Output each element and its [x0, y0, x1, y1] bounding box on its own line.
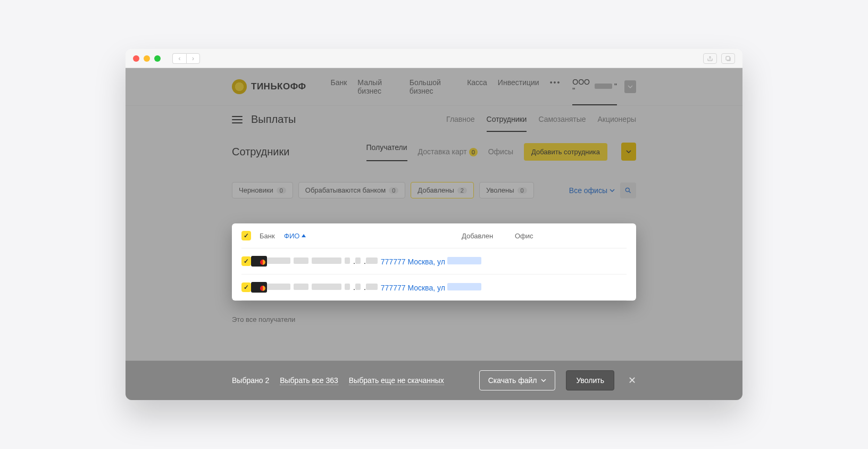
filter-bar: Черновики0 Обрабатываются банком0 Добавл… — [126, 161, 742, 208]
table-row[interactable]: ✓ .. 777777 Москва, ул — [241, 248, 627, 275]
global-header: ТИНЬКОФФ Банк Малый бизнес Большой бизне… — [126, 68, 742, 105]
nav-item[interactable]: Инвестиции — [498, 78, 539, 95]
window-zoom-icon[interactable] — [154, 55, 161, 62]
add-employee-button[interactable]: Добавить сотрудника — [524, 143, 607, 161]
redacted-text — [447, 283, 481, 290]
office-link[interactable]: 777777 Москва, ул — [381, 257, 481, 266]
table-row[interactable]: ✓ .. 777777 Москва, ул — [241, 275, 627, 301]
redacted-text — [595, 84, 612, 89]
account-switcher[interactable]: ООО " " — [572, 78, 617, 105]
col-office[interactable]: Офис — [515, 232, 627, 240]
brand-logo[interactable]: ТИНЬКОФФ — [232, 79, 306, 94]
tab-main[interactable]: Главное — [446, 115, 475, 124]
table-header-row: ✓ Банк ФИО Добавлен Офис — [241, 223, 627, 248]
page-title: Сотрудники — [232, 146, 289, 158]
browser-window: ‹ › ТИНЬКОФФ Банк Малый бизнес Большой б… — [126, 49, 742, 400]
select-all-checkbox[interactable]: ✓ — [241, 231, 251, 240]
office-filter-dropdown[interactable]: Все офисы — [569, 186, 615, 195]
date-redacted: .. — [345, 283, 381, 292]
brand-name: ТИНЬКОФФ — [251, 81, 306, 92]
nav-item[interactable]: Малый бизнес — [357, 78, 398, 95]
share-icon[interactable] — [703, 53, 717, 64]
select-all-link[interactable]: Выбрать все 363 — [280, 376, 338, 385]
date-redacted: .. — [345, 257, 381, 265]
end-of-list-label: Это все получатели — [232, 315, 295, 323]
employee-name-redacted — [267, 283, 345, 292]
add-employee-dropdown[interactable] — [621, 143, 636, 161]
employees-table: ✓ Банк ФИО Добавлен Офис ✓ .. 777777 Мос… — [232, 223, 636, 301]
fire-button[interactable]: Уволить — [566, 370, 614, 390]
col-name-sort[interactable]: ФИО — [284, 232, 462, 240]
section-title: Выплаты — [251, 113, 296, 126]
row-checkbox[interactable]: ✓ — [241, 256, 251, 266]
subsection-header: Сотрудники Получатели Доставка карт0 Офи… — [126, 133, 742, 161]
subtab-recipients[interactable]: Получатели — [366, 143, 407, 161]
filter-processing[interactable]: Обрабатываются банком0 — [298, 182, 406, 198]
col-date[interactable]: Добавлен — [462, 232, 515, 240]
card-icon — [251, 282, 267, 293]
nav-item[interactable]: Банк — [331, 78, 347, 95]
window-minimize-icon[interactable] — [144, 55, 150, 62]
search-button[interactable] — [620, 182, 636, 198]
sort-asc-icon — [302, 234, 306, 237]
redacted-text — [447, 257, 481, 264]
row-checkbox[interactable]: ✓ — [241, 282, 251, 292]
nav-forward-button[interactable]: › — [186, 53, 200, 64]
brand-logo-icon — [232, 79, 247, 94]
svg-rect-0 — [726, 56, 730, 60]
employee-name-redacted — [267, 257, 345, 265]
section-header: Выплаты Главное Сотрудники Самозанятые А… — [126, 105, 742, 133]
filter-fired[interactable]: Уволены0 — [479, 182, 534, 198]
nav-item[interactable]: Большой бизнес — [410, 78, 456, 95]
filter-drafts[interactable]: Черновики0 — [232, 182, 293, 198]
card-icon — [251, 256, 267, 267]
selection-action-bar: Выбрано 2 Выбрать все 363 Выбрать еще не… — [126, 361, 742, 400]
subtab-delivery[interactable]: Доставка карт0 — [418, 147, 478, 156]
window-close-icon[interactable] — [133, 55, 139, 62]
window-titlebar: ‹ › — [126, 49, 742, 68]
tab-selfemployed[interactable]: Самозанятые — [538, 115, 586, 124]
tab-employees[interactable]: Сотрудники — [487, 115, 527, 132]
col-bank[interactable]: Банк — [260, 232, 284, 240]
office-link[interactable]: 777777 Москва, ул — [381, 284, 481, 292]
subtab-offices[interactable]: Офисы — [488, 147, 513, 156]
nav-item[interactable]: Касса — [467, 78, 487, 95]
nav-more-icon[interactable]: ••• — [550, 78, 561, 95]
svg-point-1 — [625, 188, 629, 192]
download-file-button[interactable]: Скачать файл — [479, 370, 556, 390]
nav-back-button[interactable]: ‹ — [172, 53, 186, 64]
selected-count: Выбрано 2 — [232, 376, 269, 385]
menu-icon[interactable] — [232, 116, 243, 123]
filter-added[interactable]: Добавлены2 — [411, 182, 474, 198]
select-not-downloaded-link[interactable]: Выбрать еще не скачанных — [349, 376, 444, 385]
tab-shareholders[interactable]: Акционеры — [598, 115, 636, 124]
account-menu-button[interactable] — [624, 80, 636, 93]
tabs-icon[interactable] — [721, 53, 735, 64]
global-nav: Банк Малый бизнес Большой бизнес Касса И… — [331, 78, 561, 95]
close-icon[interactable]: ✕ — [628, 375, 636, 386]
